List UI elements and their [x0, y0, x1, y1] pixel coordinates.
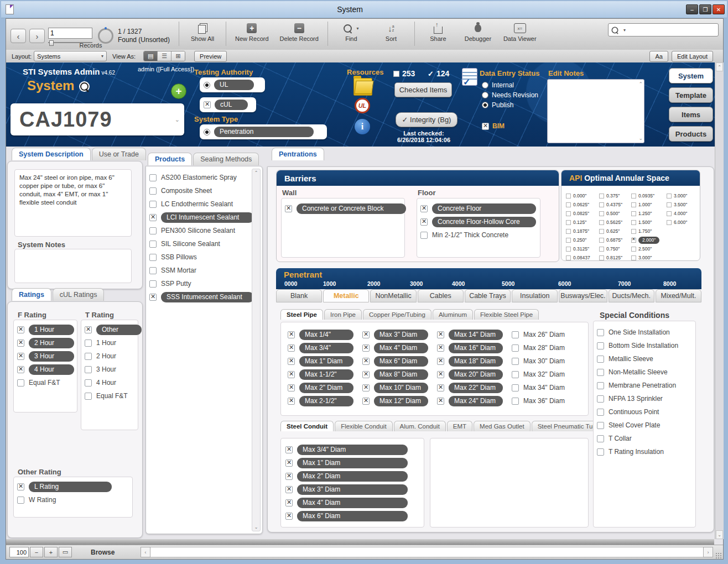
checkbox[interactable]: [17, 379, 24, 387]
steel-pipe-option[interactable]: Max 3/4": [288, 341, 353, 354]
layout-popup[interactable]: Systems▾: [34, 51, 107, 61]
checkbox[interactable]: [631, 255, 636, 260]
tab-med-gas-outlet[interactable]: Med Gas Outlet: [474, 421, 531, 431]
api-option[interactable]: 1.000": [631, 200, 659, 209]
search-input[interactable]: [626, 25, 716, 34]
ul-value[interactable]: UL: [214, 80, 254, 90]
record-id-field[interactable]: CAJ1079 ⌄: [11, 103, 184, 135]
checkbox[interactable]: [288, 344, 295, 352]
form-view-button[interactable]: ▤: [144, 51, 158, 61]
steel-pipe-option[interactable]: Max 2-1/2": [288, 394, 353, 408]
checkbox[interactable]: [512, 358, 519, 365]
testing-authority-ul-field[interactable]: UL: [200, 77, 265, 92]
find-button[interactable]: ▾ Find: [331, 19, 371, 42]
checkbox[interactable]: [149, 227, 157, 234]
checkbox[interactable]: [437, 371, 444, 378]
tab-ducts-mech[interactable]: Ducts/Mech.: [609, 289, 654, 302]
tab-nonmetallic[interactable]: NonMetallic: [370, 289, 416, 302]
checkbox[interactable]: [599, 255, 604, 260]
steel-pipe-option[interactable]: Max 22" Diam: [437, 381, 503, 394]
previous-record-button[interactable]: ‹: [11, 29, 26, 43]
checkbox[interactable]: [149, 174, 157, 181]
t-rating-option[interactable]: Equal F&T: [85, 389, 134, 403]
product-item[interactable]: SIL Silicone Sealant: [149, 237, 251, 250]
scroll-down-icon[interactable]: ⌄: [716, 530, 723, 539]
info-icon[interactable]: i: [355, 119, 370, 134]
checkbox[interactable]: [85, 326, 92, 333]
checkbox[interactable]: [512, 331, 519, 338]
mode-popup[interactable]: Browse: [91, 549, 141, 556]
t-rating-option[interactable]: Other: [85, 323, 134, 336]
steel-pipe-option[interactable]: Max 1" Diam: [288, 354, 353, 368]
tab-copper-pipe-tubing[interactable]: Copper Pipe/Tubing: [363, 309, 431, 320]
checkbox[interactable]: [437, 331, 444, 338]
scroll-left-icon[interactable]: ‹: [141, 547, 150, 557]
checkbox[interactable]: [667, 211, 672, 216]
api-option[interactable]: 2.500": [631, 244, 659, 253]
table-view-button[interactable]: ⊞: [171, 51, 185, 61]
api-option[interactable]: 0.250": [566, 236, 590, 244]
cul-value[interactable]: cUL: [215, 100, 248, 110]
product-item[interactable]: LCI Intumescent Sealant: [149, 211, 251, 224]
testing-authority-cul-field[interactable]: cUL: [200, 97, 256, 112]
horizontal-scroll-track[interactable]: [150, 547, 703, 557]
special-condition[interactable]: Continuous Point: [597, 405, 692, 419]
notes-scroll-up-icon[interactable]: ⌃: [638, 81, 643, 87]
special-condition[interactable]: Non-Metallic Sleeve: [597, 365, 692, 379]
api-option[interactable]: 0.625": [599, 227, 622, 236]
steel-pipe-option[interactable]: Max 1-1/2": [288, 368, 353, 381]
checkbox[interactable]: [285, 446, 293, 453]
checkbox[interactable]: [566, 202, 571, 207]
steel-pipe-option[interactable]: Max 24" Diam: [437, 394, 503, 408]
checkbox[interactable]: [17, 483, 24, 490]
checkbox[interactable]: [599, 194, 604, 199]
checkbox[interactable]: [597, 356, 604, 363]
checkbox[interactable]: [566, 229, 571, 234]
close-button[interactable]: ✕: [713, 4, 725, 14]
zoom-level[interactable]: 100: [9, 547, 29, 557]
delete-record-button[interactable]: − Delete Record: [274, 19, 324, 42]
checkbox[interactable]: [597, 369, 604, 376]
checkbox[interactable]: [597, 422, 604, 429]
found-pie-icon[interactable]: [98, 28, 113, 44]
status-publish-option[interactable]: Publish: [482, 101, 513, 109]
api-option[interactable]: 0.4375": [599, 200, 622, 209]
edit-notes-field[interactable]: ⌃ ⌄: [547, 79, 644, 143]
vertical-scrollbar[interactable]: ⌃ ⌄: [715, 62, 724, 539]
steel-pipe-option[interactable]: Max 16" Diam: [437, 341, 503, 354]
checkbox[interactable]: [597, 342, 604, 349]
checkbox[interactable]: [631, 220, 636, 225]
special-condition[interactable]: Membrane Penetration: [597, 379, 692, 392]
product-item[interactable]: Composite Sheet: [149, 184, 251, 197]
checkbox[interactable]: [599, 247, 604, 252]
checkbox[interactable]: [597, 435, 604, 442]
scroll-up-icon[interactable]: ⌃: [252, 169, 260, 176]
api-option[interactable]: 0.0935": [631, 191, 659, 200]
ul-logo-icon[interactable]: UL: [355, 98, 370, 113]
checkbox[interactable]: [149, 294, 157, 301]
tab-cul-ratings[interactable]: cUL Ratings: [53, 288, 105, 301]
checkbox[interactable]: [512, 398, 519, 405]
steel-pipe-option[interactable]: Max 28" Diam: [512, 341, 565, 354]
checkbox[interactable]: [667, 202, 672, 207]
bim-option[interactable]: BIM: [482, 122, 505, 130]
tab-iron-pipe[interactable]: Iron Pipe: [324, 309, 362, 320]
checkbox[interactable]: [285, 486, 293, 493]
steel-pipe-option[interactable]: Max 26" Diam: [512, 328, 565, 341]
checkbox[interactable]: [597, 329, 604, 336]
checkbox[interactable]: [149, 280, 157, 288]
special-condition[interactable]: T Collar: [597, 432, 692, 445]
api-option[interactable]: 3.000": [667, 191, 687, 200]
scroll-down-icon[interactable]: ⌄: [252, 524, 260, 531]
api-option[interactable]: 0.375": [599, 191, 622, 200]
system-search-icon[interactable]: [80, 82, 89, 91]
nav-items-button[interactable]: Items: [669, 107, 713, 122]
record-id-chevron-icon[interactable]: ⌄: [175, 116, 180, 123]
api-option[interactable]: 1.250": [631, 209, 659, 218]
product-item[interactable]: SSS Intumescent Sealant: [149, 290, 251, 304]
checkbox[interactable]: [437, 384, 444, 391]
checkbox[interactable]: [362, 331, 370, 338]
needs-revision-radio[interactable]: [482, 92, 488, 98]
api-option[interactable]: 0.500": [599, 209, 622, 218]
f-rating-option[interactable]: 1 Hour: [17, 323, 74, 336]
